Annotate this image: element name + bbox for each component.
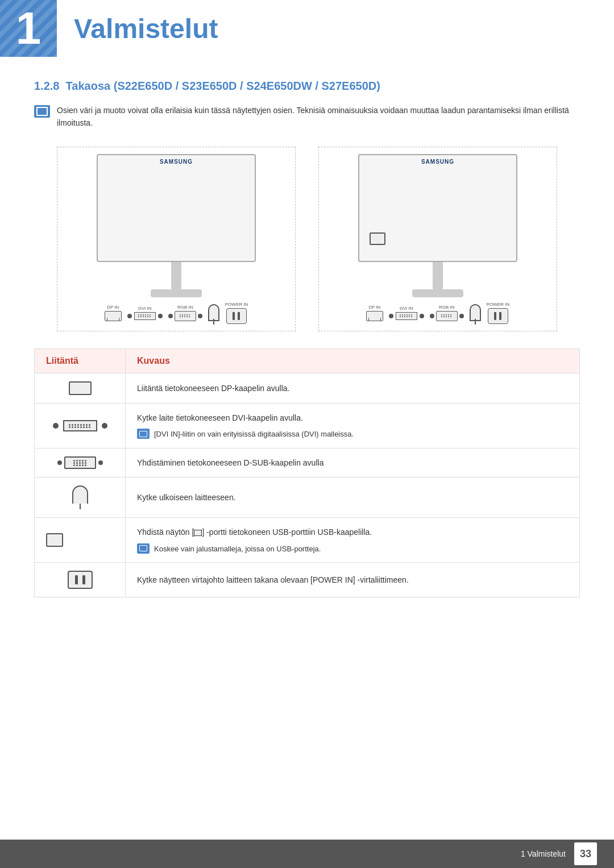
ports-row-right: DP IN DVI IN [366, 302, 509, 324]
brand-logo-right: SAMSUNG [421, 159, 454, 165]
table-cell-icon-usb [35, 518, 126, 563]
table-cell-desc-dp: Liitäntä tietokoneeseen DP-kaapelin avul… [126, 373, 580, 403]
table-cell-icon-rgb [35, 448, 126, 477]
port-rgb-left: RGB IN [168, 305, 202, 321]
usb-symbol [194, 530, 202, 536]
footer-section-label: 1 Valmistelut [521, 849, 566, 858]
table-header-connector: Liitäntä [35, 348, 126, 373]
section-heading: 1.2.8 Takaosa (S22E650D / S23E650D / S24… [34, 80, 580, 93]
footer-page-number: 33 [574, 842, 597, 865]
note-text-usb: Koskee vain jalustamalleja, joissa on US… [154, 543, 321, 555]
port-headphone-left [208, 304, 219, 321]
dp-port-icon [69, 381, 92, 395]
stand-base-right [412, 289, 463, 297]
note-text: Osien väri ja muoto voivat olla erilaisi… [57, 104, 580, 130]
table-row: Kytke laite tietokoneeseen DVI-kaapelin … [35, 404, 580, 448]
table-cell-icon-headphone [35, 477, 126, 518]
monitor-body-left: SAMSUNG [97, 154, 256, 262]
table-row: Yhdistä näytön [] -portti tietokoneen US… [35, 518, 580, 563]
table-header-description: Kuvaus [126, 348, 580, 373]
chapter-title: Valmistelut [57, 0, 235, 57]
port-power-left: POWER IN [225, 302, 248, 324]
page-footer: 1 Valmistelut 33 [0, 840, 614, 868]
table-cell-icon-dp [35, 373, 126, 403]
brand-logo-left: SAMSUNG [160, 159, 193, 165]
note-block: Osien väri ja muoto voivat olla erilaisi… [34, 104, 580, 130]
port-dp-left: DP IN [105, 305, 122, 321]
table-row: Liitäntä tietokoneeseen DP-kaapelin avul… [35, 373, 580, 403]
usb-icon [46, 533, 63, 547]
port-rgb-right: RGB IN [430, 305, 464, 321]
table-cell-desc-usb: Yhdistä näytön [] -portti tietokoneen US… [126, 518, 580, 563]
table-cell-icon-dvi [35, 404, 126, 448]
port-dvi-left: DVI IN [127, 306, 163, 320]
table-cell-icon-power [35, 563, 126, 597]
port-dvi-right: DVI IN [389, 306, 424, 320]
content-area: 1.2.8 Takaosa (S22E650D / S23E650D / S24… [0, 80, 614, 632]
port-headphone-right [470, 304, 481, 321]
table-cell-desc-rgb: Yhdistäminen tietokoneeseen D-SUB-kaapel… [126, 448, 580, 477]
table-cell-desc-power: Kytke näytteen virtajohto laitteen takan… [126, 563, 580, 597]
stand-neck-right [433, 261, 443, 289]
page-header: 1 Valmistelut [0, 0, 614, 57]
ports-row-left: DP IN DVI IN [105, 302, 248, 324]
chapter-number: 1 [0, 0, 57, 57]
headphone-icon [72, 485, 88, 509]
stand-neck-left [171, 261, 181, 289]
note-icon [34, 105, 50, 118]
diagrams-area: SAMSUNG DP IN DVI IN [34, 147, 580, 331]
port-power-right: POWER IN [487, 302, 509, 324]
table-cell-desc-dvi: Kytke laite tietokoneeseen DVI-kaapelin … [126, 404, 580, 448]
table-row: Kytke näytteen virtajohto laitteen takan… [35, 563, 580, 597]
monitor-body-right: SAMSUNG [358, 154, 517, 262]
stand-base-left [151, 289, 202, 297]
rgb-port-icon [46, 456, 114, 469]
connector-table: Liitäntä Kuvaus Liitäntä tietokoneeseen … [34, 348, 580, 597]
table-note-usb: Koskee vain jalustamalleja, joissa on US… [137, 543, 568, 555]
power-icon [68, 571, 93, 589]
table-note-dvi: [DVI IN]-liitin on vain erityisissä digi… [137, 429, 568, 440]
note-text-dvi: [DVI IN]-liitin on vain erityisissä digi… [154, 429, 354, 440]
monitor-diagram-left: SAMSUNG DP IN DVI IN [57, 147, 296, 331]
table-row: Yhdistäminen tietokoneeseen D-SUB-kaapel… [35, 448, 580, 477]
dvi-port-icon [46, 420, 114, 431]
note-icon-dvi [137, 429, 150, 439]
usb-side-port [370, 232, 385, 245]
table-row: Kytke ulkoiseen laitteeseen. [35, 477, 580, 518]
note-icon-usb [137, 543, 150, 554]
monitor-diagram-right: SAMSUNG DP IN DVI IN [318, 147, 557, 331]
table-cell-desc-headphone: Kytke ulkoiseen laitteeseen. [126, 477, 580, 518]
port-dp-right: DP IN [366, 305, 383, 321]
